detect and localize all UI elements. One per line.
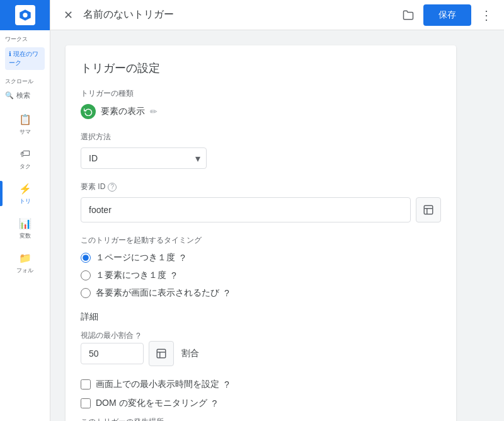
- selection-method-label: 選択方法: [81, 132, 441, 142]
- folders-label: フォル: [16, 267, 33, 275]
- percent-label: 割合: [181, 348, 199, 359]
- settings-card: トリガーの設定 トリガーの種類 要素の表示 ✏ 選択方法 ID: [66, 45, 456, 421]
- element-id-label: 要素 ID ?: [81, 182, 441, 192]
- header: ✕ 名前のないトリガー 保存 ⋮: [50, 0, 504, 30]
- scroll-section: スクロール: [0, 72, 50, 87]
- search-icon: 🔍: [5, 91, 14, 100]
- summary-label: サマ: [20, 128, 31, 136]
- visibility-ratio-picker-button[interactable]: [149, 341, 174, 366]
- svg-point-1: [23, 13, 27, 17]
- tags-icon: 🏷: [18, 146, 33, 161]
- element-id-input-row: [81, 197, 441, 222]
- page-title: 名前のないトリガー: [83, 8, 393, 21]
- main-area: ✕ 名前のないトリガー 保存 ⋮ トリガーの設定 トリガーの種類 要素の表示 ✏: [50, 0, 504, 421]
- sidebar: ワークス ℹ 現在のワーク スクロール 🔍 検索 📋 サマ 🏷 タク ⚡ トリ …: [0, 0, 50, 421]
- edit-trigger-type-button[interactable]: ✏: [150, 107, 158, 117]
- timing-group: このトリガーを起動するタイミング １ページにつき１度 ? １要素につき１度 ? …: [81, 235, 441, 299]
- selection-method-select-wrapper: ID ▾: [81, 147, 207, 169]
- sidebar-nav: 📋 サマ 🏷 タク ⚡ トリ 📊 変数 📁 フォル: [0, 104, 50, 421]
- timing-help-once-per-page[interactable]: ?: [180, 253, 185, 263]
- visibility-ratio-input-row: 割合: [81, 341, 441, 366]
- fire-location-group: このトリガーの発生場所 すべての表示イベント 一部の表示イベント: [81, 417, 441, 421]
- summary-icon: 📋: [18, 112, 33, 127]
- sidebar-item-folders[interactable]: 📁 フォル: [0, 245, 50, 280]
- timing-label: このトリガーを起動するタイミング: [81, 235, 441, 246]
- dom-monitoring-row: DOM の変化をモニタリング ?: [81, 398, 441, 409]
- folders-icon: 📁: [18, 250, 33, 265]
- variables-icon: 📊: [18, 216, 33, 231]
- info-icon: ℹ: [9, 50, 11, 57]
- app-logo: [15, 5, 35, 25]
- workspace-label: ワークス: [0, 30, 50, 45]
- sidebar-item-triggers[interactable]: ⚡ トリ: [0, 176, 50, 211]
- sidebar-item-summary[interactable]: 📋 サマ: [0, 107, 50, 141]
- element-id-input[interactable]: [81, 197, 411, 222]
- element-id-group: 要素 ID ?: [81, 182, 441, 222]
- tags-label: タク: [20, 163, 31, 171]
- details-group: 詳細 視認の最小割合 ? 割合: [81, 311, 441, 421]
- timing-radio-every-time[interactable]: [81, 288, 91, 298]
- min-display-time-checkbox[interactable]: [81, 379, 91, 389]
- variables-label: 変数: [20, 232, 31, 240]
- folder-button[interactable]: [401, 8, 416, 23]
- details-title: 詳細: [81, 311, 441, 323]
- more-menu-button[interactable]: ⋮: [479, 8, 494, 23]
- timing-help-every-time[interactable]: ?: [224, 288, 229, 298]
- sidebar-header: [0, 0, 50, 30]
- sidebar-item-tags[interactable]: 🏷 タク: [0, 141, 50, 176]
- timing-option-every-time-label: 各要素が画面に表示されるたび: [96, 287, 219, 299]
- visibility-ratio-help-icon[interactable]: ?: [136, 332, 140, 340]
- visibility-ratio-group: 視認の最小割合 ? 割合: [81, 330, 441, 366]
- card-title: トリガーの設定: [81, 61, 441, 76]
- selection-method-select[interactable]: ID: [81, 147, 207, 169]
- sidebar-item-variables[interactable]: 📊 変数: [0, 211, 50, 245]
- svg-rect-3: [157, 349, 166, 358]
- visibility-ratio-label: 視認の最小割合 ?: [81, 330, 441, 341]
- scroll-label: スクロール: [5, 78, 33, 84]
- trigger-type-icon: [81, 104, 96, 119]
- dom-monitoring-checkbox[interactable]: [81, 398, 91, 408]
- search-row[interactable]: 🔍 検索: [0, 87, 50, 104]
- timing-radio-once-per-page[interactable]: [81, 253, 91, 263]
- timing-help-once-per-element[interactable]: ?: [171, 270, 176, 280]
- workspace-current-label: 現在のワーク: [9, 50, 38, 66]
- min-display-time-row: 画面上での最小表示時間を設定 ?: [81, 379, 441, 390]
- trigger-type-label: トリガーの種類: [81, 88, 441, 99]
- dom-monitoring-label: DOM の変化をモニタリング: [96, 398, 207, 409]
- selection-method-group: 選択方法 ID ▾: [81, 132, 441, 169]
- save-button[interactable]: 保存: [423, 4, 471, 26]
- min-display-time-label: 画面上での最小表示時間を設定: [96, 379, 219, 390]
- timing-option-once-per-page: １ページにつき１度 ?: [81, 252, 441, 263]
- timing-radio-once-per-element[interactable]: [81, 270, 91, 280]
- visibility-ratio-input[interactable]: [81, 343, 144, 364]
- element-id-picker-button[interactable]: [416, 197, 441, 222]
- trigger-type-value: 要素の表示: [101, 106, 145, 117]
- workspace-box[interactable]: ℹ 現在のワーク: [5, 47, 45, 70]
- triggers-icon: ⚡: [18, 181, 33, 196]
- timing-option-once-per-element: １要素につき１度 ?: [81, 270, 441, 281]
- search-label: 検索: [16, 91, 30, 100]
- min-display-time-help-icon[interactable]: ?: [224, 379, 229, 389]
- triggers-label: トリ: [20, 197, 31, 205]
- trigger-type-row: 要素の表示 ✏: [81, 104, 441, 119]
- timing-option-once-per-element-label: １要素につき１度: [96, 270, 166, 281]
- fire-location-label: このトリガーの発生場所: [81, 417, 441, 421]
- timing-option-every-time: 各要素が画面に表示されるたび ?: [81, 287, 441, 299]
- dom-monitoring-help-icon[interactable]: ?: [212, 398, 217, 408]
- content-area: トリガーの設定 トリガーの種類 要素の表示 ✏ 選択方法 ID: [50, 30, 504, 421]
- timing-option-once-per-page-label: １ページにつき１度: [96, 252, 175, 263]
- trigger-type-group: トリガーの種類 要素の表示 ✏: [81, 88, 441, 119]
- svg-rect-2: [424, 205, 433, 214]
- element-id-help-icon[interactable]: ?: [108, 183, 117, 192]
- close-button[interactable]: ✕: [60, 8, 76, 23]
